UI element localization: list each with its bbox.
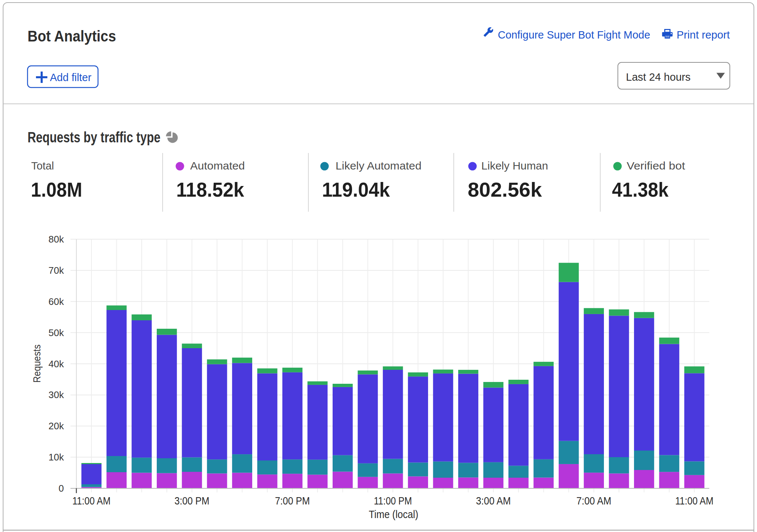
svg-text:118.52k: 118.52k bbox=[176, 178, 244, 201]
svg-text:30k: 30k bbox=[48, 389, 64, 400]
svg-text:Bot Analytics: Bot Analytics bbox=[28, 27, 116, 45]
svg-text:Time (local): Time (local) bbox=[369, 509, 419, 520]
svg-text:7:00 PM: 7:00 PM bbox=[275, 495, 310, 507]
svg-text:1.08M: 1.08M bbox=[31, 178, 82, 201]
svg-text:0: 0 bbox=[59, 483, 64, 494]
svg-text:Add filter: Add filter bbox=[50, 71, 91, 83]
svg-text:Requests by traffic type: Requests by traffic type bbox=[28, 129, 160, 146]
svg-text:40k: 40k bbox=[48, 358, 64, 369]
svg-text:Likely Human: Likely Human bbox=[481, 160, 548, 172]
svg-text:802.56k: 802.56k bbox=[468, 178, 542, 201]
svg-text:11:00 PM: 11:00 PM bbox=[374, 495, 412, 507]
svg-text:11:00 AM: 11:00 AM bbox=[675, 495, 713, 507]
svg-text:80k: 80k bbox=[48, 234, 64, 245]
svg-text:10k: 10k bbox=[48, 452, 64, 463]
svg-text:Verified bot: Verified bot bbox=[627, 160, 685, 172]
svg-text:20k: 20k bbox=[48, 420, 64, 431]
svg-text:7:00 AM: 7:00 AM bbox=[576, 495, 611, 507]
svg-text:41.38k: 41.38k bbox=[612, 178, 669, 201]
svg-text:Total: Total bbox=[31, 160, 54, 172]
svg-text:Last 24 hours: Last 24 hours bbox=[626, 71, 691, 83]
svg-text:Likely Automated: Likely Automated bbox=[336, 160, 421, 172]
svg-text:3:00 PM: 3:00 PM bbox=[174, 495, 209, 507]
svg-text:11:00 AM: 11:00 AM bbox=[72, 495, 111, 507]
svg-text:Requests: Requests bbox=[31, 345, 43, 383]
svg-text:Configure Super Bot Fight Mode: Configure Super Bot Fight Mode bbox=[498, 29, 650, 41]
svg-text:50k: 50k bbox=[48, 327, 64, 338]
svg-text:Print report: Print report bbox=[677, 29, 730, 41]
svg-text:60k: 60k bbox=[48, 296, 64, 307]
svg-text:70k: 70k bbox=[48, 265, 64, 276]
svg-text:Automated: Automated bbox=[190, 160, 245, 172]
svg-text:119.04k: 119.04k bbox=[322, 178, 390, 201]
svg-text:3:00 AM: 3:00 AM bbox=[476, 495, 511, 507]
